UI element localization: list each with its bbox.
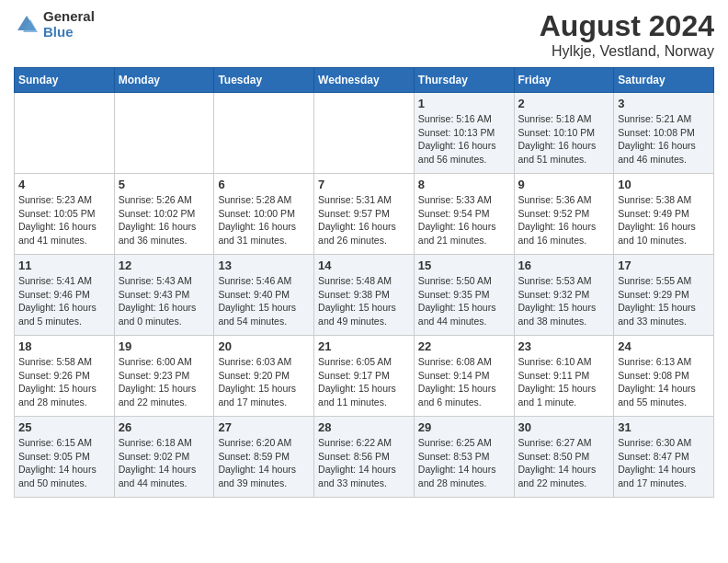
page-subtitle: Hylkje, Vestland, Norway bbox=[540, 43, 714, 60]
day-info: Sunrise: 5:36 AM Sunset: 9:52 PM Dayligh… bbox=[518, 193, 610, 247]
week-row-3: 11Sunrise: 5:41 AM Sunset: 9:46 PM Dayli… bbox=[15, 255, 714, 336]
day-number: 12 bbox=[119, 259, 210, 272]
day-number: 10 bbox=[618, 178, 710, 191]
day-number: 19 bbox=[119, 339, 210, 353]
day-number: 17 bbox=[618, 259, 710, 272]
calendar-cell: 4Sunrise: 5:23 AM Sunset: 10:05 PM Dayli… bbox=[15, 174, 115, 255]
day-number: 20 bbox=[218, 339, 310, 353]
day-info: Sunrise: 5:23 AM Sunset: 10:05 PM Daylig… bbox=[18, 193, 110, 247]
calendar-cell: 16Sunrise: 5:53 AM Sunset: 9:32 PM Dayli… bbox=[514, 255, 614, 336]
calendar-cell: 17Sunrise: 5:55 AM Sunset: 9:29 PM Dayli… bbox=[614, 255, 714, 336]
day-number: 23 bbox=[518, 339, 610, 353]
title-block: August 2024 Hylkje, Vestland, Norway bbox=[540, 9, 714, 60]
calendar-cell: 7Sunrise: 5:31 AM Sunset: 9:57 PM Daylig… bbox=[314, 174, 415, 255]
day-info: Sunrise: 5:53 AM Sunset: 9:32 PM Dayligh… bbox=[518, 274, 610, 328]
day-info: Sunrise: 5:33 AM Sunset: 9:54 PM Dayligh… bbox=[418, 193, 510, 247]
week-row-5: 25Sunrise: 6:15 AM Sunset: 9:05 PM Dayli… bbox=[15, 417, 714, 498]
header-cell-thursday: Thursday bbox=[414, 68, 514, 93]
calendar-cell: 3Sunrise: 5:21 AM Sunset: 10:08 PM Dayli… bbox=[614, 93, 714, 174]
calendar-cell: 25Sunrise: 6:15 AM Sunset: 9:05 PM Dayli… bbox=[15, 417, 115, 498]
calendar-cell: 6Sunrise: 5:28 AM Sunset: 10:00 PM Dayli… bbox=[214, 174, 314, 255]
calendar-cell: 22Sunrise: 6:08 AM Sunset: 9:14 PM Dayli… bbox=[414, 336, 514, 417]
calendar-cell: 20Sunrise: 6:03 AM Sunset: 9:20 PM Dayli… bbox=[214, 336, 314, 417]
day-info: Sunrise: 6:03 AM Sunset: 9:20 PM Dayligh… bbox=[218, 355, 310, 409]
day-number: 25 bbox=[18, 420, 110, 434]
day-info: Sunrise: 5:55 AM Sunset: 9:29 PM Dayligh… bbox=[618, 274, 710, 328]
day-info: Sunrise: 5:41 AM Sunset: 9:46 PM Dayligh… bbox=[18, 274, 110, 328]
calendar-cell: 30Sunrise: 6:27 AM Sunset: 8:50 PM Dayli… bbox=[514, 417, 614, 498]
calendar-cell bbox=[114, 93, 214, 174]
day-number: 30 bbox=[518, 420, 610, 434]
calendar-cell: 8Sunrise: 5:33 AM Sunset: 9:54 PM Daylig… bbox=[414, 174, 514, 255]
day-info: Sunrise: 5:18 AM Sunset: 10:10 PM Daylig… bbox=[518, 112, 610, 167]
day-number: 13 bbox=[218, 259, 310, 272]
calendar-cell bbox=[314, 93, 415, 174]
logo-line2: Blue bbox=[43, 25, 95, 40]
day-number: 24 bbox=[618, 339, 710, 353]
day-info: Sunrise: 5:48 AM Sunset: 9:38 PM Dayligh… bbox=[318, 274, 410, 328]
day-number: 2 bbox=[518, 97, 610, 110]
logo-line1: General bbox=[43, 9, 95, 25]
calendar-cell: 9Sunrise: 5:36 AM Sunset: 9:52 PM Daylig… bbox=[514, 174, 614, 255]
day-number: 31 bbox=[618, 420, 710, 434]
page-header: General Blue August 2024 Hylkje, Vestlan… bbox=[14, 9, 714, 60]
week-row-1: 1Sunrise: 5:16 AM Sunset: 10:13 PM Dayli… bbox=[15, 93, 714, 174]
calendar-cell: 5Sunrise: 5:26 AM Sunset: 10:02 PM Dayli… bbox=[114, 174, 214, 255]
day-info: Sunrise: 5:38 AM Sunset: 9:49 PM Dayligh… bbox=[618, 193, 710, 247]
day-number: 26 bbox=[119, 420, 210, 434]
calendar-cell: 1Sunrise: 5:16 AM Sunset: 10:13 PM Dayli… bbox=[414, 93, 514, 174]
calendar-cell: 31Sunrise: 6:30 AM Sunset: 8:47 PM Dayli… bbox=[614, 417, 714, 498]
logo: General Blue bbox=[14, 9, 95, 40]
day-info: Sunrise: 6:00 AM Sunset: 9:23 PM Dayligh… bbox=[119, 355, 210, 409]
day-info: Sunrise: 5:31 AM Sunset: 9:57 PM Dayligh… bbox=[318, 193, 410, 247]
header-row: SundayMondayTuesdayWednesdayThursdayFrid… bbox=[15, 68, 714, 93]
day-number: 28 bbox=[318, 420, 410, 434]
day-info: Sunrise: 5:50 AM Sunset: 9:35 PM Dayligh… bbox=[418, 274, 510, 328]
header-cell-friday: Friday bbox=[514, 68, 614, 93]
day-info: Sunrise: 6:05 AM Sunset: 9:17 PM Dayligh… bbox=[318, 355, 410, 409]
day-info: Sunrise: 6:30 AM Sunset: 8:47 PM Dayligh… bbox=[618, 436, 710, 490]
calendar-cell: 26Sunrise: 6:18 AM Sunset: 9:02 PM Dayli… bbox=[114, 417, 214, 498]
day-info: Sunrise: 5:16 AM Sunset: 10:13 PM Daylig… bbox=[418, 112, 510, 167]
day-number: 22 bbox=[418, 339, 510, 353]
day-info: Sunrise: 6:27 AM Sunset: 8:50 PM Dayligh… bbox=[518, 436, 610, 490]
calendar-cell: 18Sunrise: 5:58 AM Sunset: 9:26 PM Dayli… bbox=[15, 336, 115, 417]
calendar-cell: 2Sunrise: 5:18 AM Sunset: 10:10 PM Dayli… bbox=[514, 93, 614, 174]
day-number: 1 bbox=[418, 97, 510, 110]
day-number: 7 bbox=[318, 178, 410, 191]
header-cell-tuesday: Tuesday bbox=[214, 68, 314, 93]
day-number: 27 bbox=[218, 420, 310, 434]
day-info: Sunrise: 6:10 AM Sunset: 9:11 PM Dayligh… bbox=[518, 355, 610, 409]
day-number: 15 bbox=[418, 259, 510, 272]
header-cell-wednesday: Wednesday bbox=[314, 68, 415, 93]
week-row-4: 18Sunrise: 5:58 AM Sunset: 9:26 PM Dayli… bbox=[15, 336, 714, 417]
calendar-header: SundayMondayTuesdayWednesdayThursdayFrid… bbox=[15, 68, 714, 93]
day-number: 8 bbox=[418, 178, 510, 191]
day-number: 3 bbox=[618, 97, 710, 110]
calendar-cell: 10Sunrise: 5:38 AM Sunset: 9:49 PM Dayli… bbox=[614, 174, 714, 255]
day-info: Sunrise: 5:58 AM Sunset: 9:26 PM Dayligh… bbox=[18, 355, 110, 409]
day-number: 18 bbox=[18, 339, 110, 353]
calendar-cell bbox=[15, 93, 115, 174]
day-number: 11 bbox=[18, 259, 110, 272]
calendar-cell: 19Sunrise: 6:00 AM Sunset: 9:23 PM Dayli… bbox=[114, 336, 214, 417]
calendar-cell: 11Sunrise: 5:41 AM Sunset: 9:46 PM Dayli… bbox=[15, 255, 115, 336]
day-info: Sunrise: 5:21 AM Sunset: 10:08 PM Daylig… bbox=[618, 112, 710, 167]
week-row-2: 4Sunrise: 5:23 AM Sunset: 10:05 PM Dayli… bbox=[15, 174, 714, 255]
calendar-cell bbox=[214, 93, 314, 174]
header-cell-saturday: Saturday bbox=[614, 68, 714, 93]
day-number: 9 bbox=[518, 178, 610, 191]
calendar-cell: 27Sunrise: 6:20 AM Sunset: 8:59 PM Dayli… bbox=[214, 417, 314, 498]
day-info: Sunrise: 6:22 AM Sunset: 8:56 PM Dayligh… bbox=[318, 436, 410, 490]
calendar-cell: 14Sunrise: 5:48 AM Sunset: 9:38 PM Dayli… bbox=[314, 255, 415, 336]
day-number: 21 bbox=[318, 339, 410, 353]
day-info: Sunrise: 6:20 AM Sunset: 8:59 PM Dayligh… bbox=[218, 436, 310, 490]
day-info: Sunrise: 6:15 AM Sunset: 9:05 PM Dayligh… bbox=[18, 436, 110, 490]
day-number: 6 bbox=[218, 178, 310, 191]
day-number: 5 bbox=[119, 178, 210, 191]
day-info: Sunrise: 5:46 AM Sunset: 9:40 PM Dayligh… bbox=[218, 274, 310, 328]
day-info: Sunrise: 5:26 AM Sunset: 10:02 PM Daylig… bbox=[119, 193, 210, 247]
calendar-cell: 29Sunrise: 6:25 AM Sunset: 8:53 PM Dayli… bbox=[414, 417, 514, 498]
day-number: 4 bbox=[18, 178, 110, 191]
calendar-table: SundayMondayTuesdayWednesdayThursdayFrid… bbox=[14, 67, 714, 498]
